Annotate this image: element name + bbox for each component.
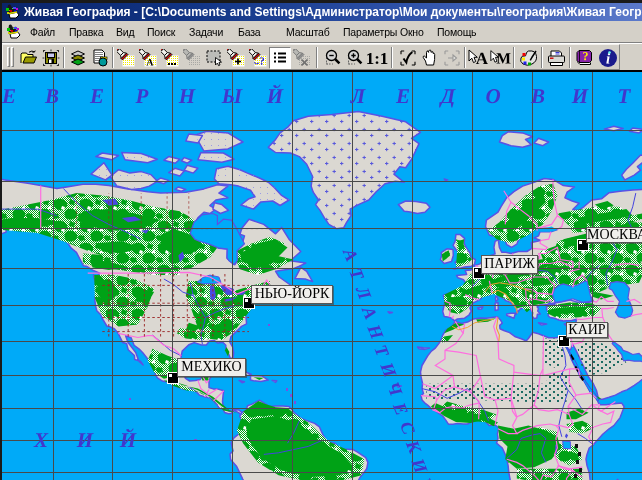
svg-text:Е: Е (395, 84, 410, 108)
svg-text:A: A (476, 49, 489, 67)
svg-text:Ы: Ы (221, 84, 243, 108)
svg-text:Н: Н (178, 84, 196, 108)
svg-text:Е: Е (89, 84, 104, 108)
svg-text:Е: Е (1, 84, 16, 108)
svg-text:Й: Й (266, 84, 284, 108)
svg-text:M: M (496, 49, 511, 66)
svg-text:И: И (571, 84, 589, 108)
svg-text:Л: Л (350, 84, 366, 108)
svg-text:?: ? (582, 49, 588, 63)
svg-text:Х: Х (33, 428, 49, 452)
svg-text:1:1: 1:1 (366, 49, 388, 67)
svg-text:Т: Т (618, 84, 632, 108)
svg-text:О: О (485, 84, 500, 108)
svg-text:Й: Й (119, 428, 137, 452)
svg-text:Р: Р (135, 84, 149, 108)
svg-text:В: В (530, 84, 545, 108)
svg-text:A: A (146, 56, 154, 67)
svg-text:В: В (44, 84, 59, 108)
svg-text:?: ? (259, 54, 265, 66)
svg-text:И: И (76, 428, 94, 452)
svg-text:Д: Д (439, 84, 456, 108)
